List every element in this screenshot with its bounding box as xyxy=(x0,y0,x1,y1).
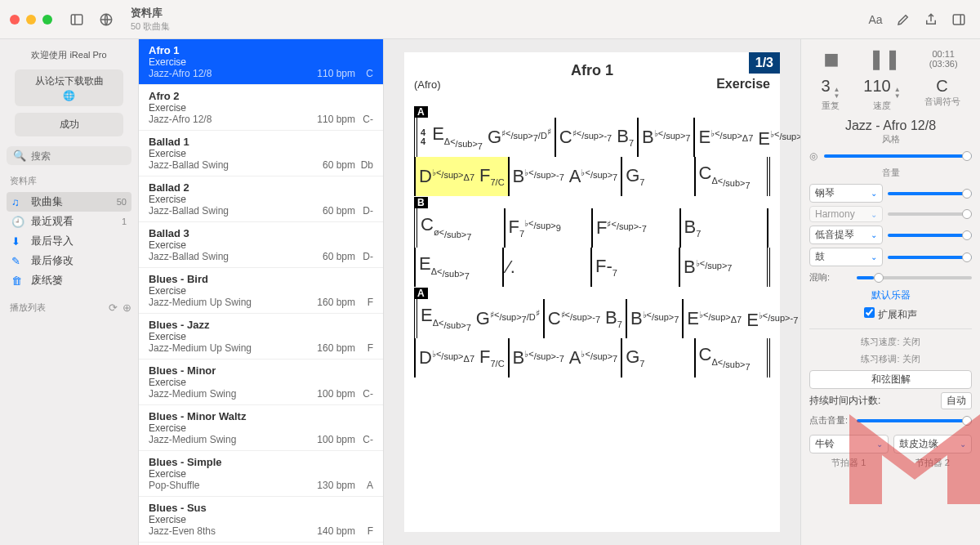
chord-bar[interactable]: D♭</sup>Δ7F7/C xyxy=(414,157,508,196)
chord-bar[interactable]: D♭</sup>Δ7F7/C xyxy=(414,338,508,377)
globe-icon[interactable] xyxy=(95,10,118,29)
window-title: 资料库 xyxy=(131,6,858,20)
chord-bar[interactable]: Cø</sub>7 xyxy=(414,208,504,248)
welcome-text: 欢迎使用 iReal Pro xyxy=(7,46,131,65)
chord-bar[interactable]: F-7 xyxy=(590,248,679,287)
maximize-icon[interactable] xyxy=(42,15,52,25)
sidebar-toggle-icon[interactable] xyxy=(65,10,88,29)
instrument-row: Harmony⌄ xyxy=(809,206,972,222)
panel-toggle-icon[interactable] xyxy=(947,10,970,29)
sidebar-item-trash[interactable]: 🗑废纸篓 xyxy=(7,270,131,290)
chord-diagram-button[interactable]: 和弦图解 xyxy=(809,370,972,389)
time-display: 00:11(03:36) xyxy=(929,49,958,69)
font-icon[interactable]: Aa xyxy=(864,10,887,29)
minimize-icon[interactable] xyxy=(26,15,36,25)
tempo-stepper[interactable]: 110▲▼速度 xyxy=(863,77,900,112)
duration-select[interactable]: 自动 xyxy=(941,392,972,409)
stop-button[interactable]: ◼ xyxy=(823,47,840,70)
airplay-icon[interactable]: ◎ xyxy=(809,150,817,162)
svg-rect-0 xyxy=(71,15,82,25)
style-name[interactable]: Jazz - Afro 12/8 xyxy=(809,118,972,133)
volume-slider[interactable] xyxy=(824,154,972,158)
download-icon: ⬇ xyxy=(11,235,24,248)
metronome-select[interactable]: 牛铃⌄ xyxy=(809,435,889,453)
chord-bar[interactable]: C♯</sup>-7B7 xyxy=(555,118,637,157)
song-row[interactable]: Blues - SusExerciseJazz-Even 8ths140 bpm… xyxy=(139,497,383,543)
chord-bar[interactable]: B♭</sup>-7A♭</sup>7 xyxy=(508,338,621,377)
song-row[interactable]: Ballad 2ExerciseJazz-Ballad Swing60 bpmD… xyxy=(139,176,383,222)
instrument-volume-slider[interactable] xyxy=(888,192,972,195)
chord-bar[interactable]: E♭</sup>Δ7E♭</sup>-7 A♭7 xyxy=(682,299,800,338)
chord-bar[interactable]: CΔ</sub>7 xyxy=(694,157,767,196)
sidebar-item-clock[interactable]: 🕘最近观看1 xyxy=(7,212,131,231)
chord-bar[interactable]: G7 xyxy=(621,157,693,196)
key-stepper[interactable]: C音调符号 xyxy=(924,77,960,112)
reverb-slider[interactable] xyxy=(857,276,972,279)
sync-icon[interactable]: ⟳ xyxy=(109,302,118,314)
default-instrument-link[interactable]: 默认乐器 xyxy=(809,288,972,302)
song-row[interactable]: Ballad 1ExerciseJazz-Ballad Swing60 bpmD… xyxy=(139,131,383,176)
search-input[interactable]: 🔍 xyxy=(7,146,131,165)
instrument-volume-slider[interactable] xyxy=(888,256,972,259)
close-icon[interactable] xyxy=(10,15,20,25)
song-row[interactable]: Blues - Minor WaltzExerciseJazz-Medium S… xyxy=(139,405,383,451)
click-volume-slider[interactable] xyxy=(857,419,972,422)
section-label: B xyxy=(414,197,428,208)
sidebar-item-edit[interactable]: ✎最后修改 xyxy=(7,251,131,270)
music-icon: ♫ xyxy=(11,196,24,208)
svg-rect-3 xyxy=(953,15,964,25)
success-button[interactable]: 成功 xyxy=(15,113,123,136)
pause-button[interactable]: ❚❚ xyxy=(868,47,901,70)
sidebar-item-download[interactable]: ⬇最后导入 xyxy=(7,231,131,251)
chord-bar[interactable]: ∕. xyxy=(502,248,590,287)
song-row[interactable]: Afro 2ExerciseJazz-Afro 12/8110 bpmC- xyxy=(139,85,383,131)
download-button[interactable]: 从论坛下载歌曲 🌐 xyxy=(15,69,123,106)
instrument-select[interactable]: 低音提琴⌄ xyxy=(809,226,883,244)
chord-bar[interactable]: EΔ</sub>7 xyxy=(414,248,502,287)
sidebar-item-music[interactable]: ♫歌曲集50 xyxy=(7,192,131,212)
chord-bar[interactable]: C♯</sup>-7B7 xyxy=(543,299,626,338)
share-icon[interactable] xyxy=(920,10,942,29)
song-row[interactable]: Blues - BirdExerciseJazz-Medium Up Swing… xyxy=(139,268,383,314)
instrument-select[interactable]: 钢琴⌄ xyxy=(809,184,883,203)
chord-bar[interactable]: 44EΔ</sub>7G♯</sup>7/D♯ xyxy=(414,118,555,157)
add-icon[interactable]: ⊕ xyxy=(122,302,131,314)
chord-bar[interactable]: EΔ</sub>7G♯</sup>7/D♯ xyxy=(414,299,543,338)
instrument-select[interactable]: 鼓⌄ xyxy=(809,248,883,266)
repeat-stepper[interactable]: 3▲▼重复 xyxy=(821,77,840,112)
chord-bar[interactable]: E♭</sup>Δ7E♭</sup>-7 A♭7 xyxy=(693,118,800,157)
chord-bar[interactable]: B♭</sup>7 xyxy=(626,299,682,338)
metronome-select[interactable]: 鼓皮边缘⌄ xyxy=(893,435,973,453)
titlebar: 资料库 50 歌曲集 Aa xyxy=(0,0,980,39)
chord-bar[interactable]: F7♭</sup>9 xyxy=(504,208,592,248)
song-row[interactable]: Blues - JazzExerciseJazz-Medium Up Swing… xyxy=(139,314,383,360)
chord-row: Cø</sub>7F7♭</sup>9F♯</sup>-7B7 xyxy=(414,208,770,248)
chord-bar[interactable]: CΔ</sub>7 xyxy=(694,338,767,377)
chord-bar[interactable]: B7 xyxy=(679,208,768,248)
clock-icon: 🕘 xyxy=(11,216,24,228)
chord-bar[interactable]: B♭</sup>7 xyxy=(679,248,767,287)
chord-bar[interactable]: B♭</sup>-7A♭</sup>7 xyxy=(508,157,621,196)
chord-row: 44EΔ</sub>7G♯</sup>7/D♯C♯</sup>-7B7B♭</s… xyxy=(414,118,770,157)
song-row[interactable]: Blues - MinorExerciseJazz-Medium Swing10… xyxy=(139,360,383,405)
song-list[interactable]: Afro 1ExerciseJazz-Afro 12/8110 bpmCAfro… xyxy=(139,39,384,545)
song-row[interactable]: Afro 1ExerciseJazz-Afro 12/8110 bpmC xyxy=(139,39,383,85)
chord-bar[interactable]: F♯</sup>-7 xyxy=(591,208,679,248)
song-row[interactable]: Blues - SimpleExercisePop-Shuffle130 bpm… xyxy=(139,451,383,497)
sidebar: 欢迎使用 iReal Pro 从论坛下载歌曲 🌐 成功 🔍 资料库 ♫歌曲集50… xyxy=(0,39,139,545)
chord-bar[interactable]: G7 xyxy=(621,338,693,377)
song-row[interactable]: Ballad 3ExerciseJazz-Ballad Swing60 bpmD… xyxy=(139,222,383,268)
section-label: A xyxy=(414,106,428,118)
expand-harmony-checkbox[interactable] xyxy=(864,307,875,318)
instrument-row: 低音提琴⌄ xyxy=(809,226,972,244)
chord-row: EΔ</sub>7∕.F-7B♭</sup>7 xyxy=(414,248,770,287)
window-subtitle: 50 歌曲集 xyxy=(131,20,858,33)
instrument-row: 鼓⌄ xyxy=(809,248,972,266)
chord-bar[interactable]: B♭</sup>7 xyxy=(637,118,693,157)
globe-icon: 🌐 xyxy=(20,90,118,101)
practice-transpose[interactable]: 练习移调: 关闭 xyxy=(809,353,972,365)
edit-icon[interactable] xyxy=(892,10,915,29)
section-header: 资料库 xyxy=(10,175,131,187)
instrument-volume-slider[interactable] xyxy=(888,234,972,237)
practice-tempo[interactable]: 练习速度: 关闭 xyxy=(809,336,972,348)
